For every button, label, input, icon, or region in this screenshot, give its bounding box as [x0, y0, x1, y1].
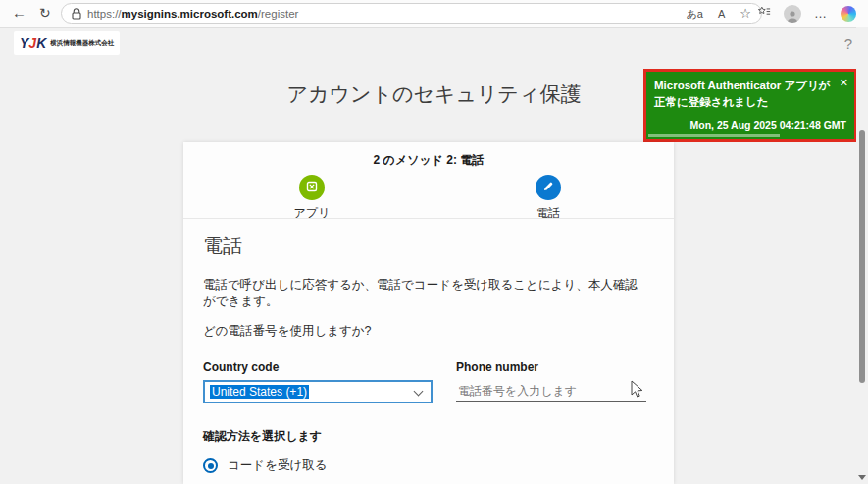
step-indicator: アプリ 電話	[183, 173, 674, 220]
country-code-value: United States (+1)	[210, 385, 309, 399]
step-connector-line	[332, 188, 529, 188]
radio-selected-icon[interactable]	[203, 458, 218, 473]
step-header: 2 のメソッド 2: 電話	[183, 152, 674, 169]
close-icon[interactable]: ✕	[840, 77, 848, 89]
help-icon[interactable]: ?	[844, 35, 852, 52]
url-text: https://mysignins.microsoft.com/register	[87, 8, 298, 20]
option-receive-code[interactable]: コードを受け取る	[203, 457, 646, 474]
browser-toolbar: ← ↻ https://mysignins.microsoft.com/regi…	[0, 0, 868, 28]
screen: ← ↻ https://mysignins.microsoft.com/regi…	[0, 0, 868, 484]
translate-icon[interactable]: あa	[687, 7, 703, 21]
company-logo: YJK 横浜情報機器株式会社	[14, 31, 120, 55]
phone-question: どの電話番号を使用しますか?	[203, 323, 646, 340]
scrollbar-thumb[interactable]	[859, 130, 865, 383]
copilot-icon[interactable]	[841, 6, 856, 22]
url-host: mysignins.microsoft.com	[122, 8, 258, 20]
pencil-icon	[542, 179, 554, 196]
refresh-icon[interactable]: ↻	[39, 4, 51, 22]
section-heading: 電話	[203, 233, 646, 259]
favorite-star-icon[interactable]: ☆	[740, 7, 751, 21]
settings-menu-icon[interactable]: …	[814, 6, 828, 21]
step-app	[299, 175, 325, 200]
phone-number-label: Phone number	[456, 360, 646, 374]
scrollbar-down-arrow-icon[interactable]	[858, 475, 866, 480]
toast-progress-bar	[648, 134, 780, 137]
back-icon[interactable]: ←	[12, 4, 26, 22]
logo-letters: YJK	[20, 35, 46, 51]
method-select-label: 確認方法を選択します	[203, 428, 646, 445]
read-aloud-icon[interactable]: A	[718, 7, 725, 21]
toast-notification: Microsoft Authenticator アプリが正常に登録されました ✕…	[643, 69, 857, 142]
collections-icon[interactable]	[757, 5, 771, 23]
address-bar[interactable]: https://mysignins.microsoft.com/register…	[61, 3, 762, 24]
vertical-scrollbar[interactable]	[856, 27, 868, 484]
option-receive-code-label: コードを受け取る	[228, 457, 327, 474]
url-scheme: https://	[87, 8, 122, 20]
section-description: 電話で呼び出しに応答するか、電話でコードを受け取ることにより、本人確認ができます…	[203, 277, 646, 310]
chevron-down-icon	[414, 387, 424, 397]
country-code-label: Country code	[203, 360, 433, 374]
phone-form-row: Country code United States (+1) Phone nu…	[203, 360, 646, 403]
step-phone	[536, 175, 561, 200]
app-check-icon	[306, 179, 318, 196]
toast-message: Microsoft Authenticator アプリが正常に登録されました	[654, 78, 846, 112]
profile-avatar[interactable]	[784, 5, 801, 23]
country-code-select[interactable]: United States (+1)	[203, 380, 433, 403]
toast-timestamp: Mon, 25 Aug 2025 04:21:48 GMT	[690, 119, 847, 131]
url-path: /register	[258, 8, 299, 20]
phone-number-input[interactable]	[456, 381, 646, 402]
registration-card: 2 のメソッド 2: 電話 アプリ 電話 電話 電話で呼び出しに応答するか、電話…	[183, 142, 674, 484]
lock-icon	[72, 8, 81, 20]
company-name: 横浜情報機器株式会社	[50, 39, 114, 48]
card-body: 電話 電話で呼び出しに応答するか、電話でコードを受け取ることにより、本人確認がで…	[203, 219, 646, 484]
